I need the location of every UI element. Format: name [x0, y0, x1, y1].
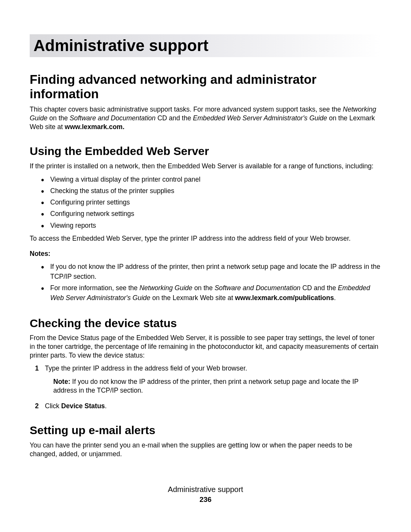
ews-functions-list: Viewing a virtual display of the printer… [41, 174, 381, 230]
text-bold: Note: [53, 378, 72, 385]
text-fragment: . [334, 294, 336, 302]
list-item: Viewing reports [41, 220, 381, 230]
list-item: Click Device Status. [35, 402, 381, 411]
section-ews-access: To access the Embedded Web Server, type … [30, 234, 381, 243]
section-status-title: Checking the device status [30, 317, 381, 330]
status-steps: Type the printer IP address in the addre… [35, 364, 381, 410]
text-fragment: Click [45, 402, 61, 410]
step-note: Note: If you do not know the IP address … [53, 377, 381, 395]
footer-chapter: Administrative support [30, 484, 381, 495]
text-bold: www.lexmark.com. [65, 123, 124, 131]
section-email-title: Setting up e-mail alerts [30, 424, 381, 437]
list-item: Viewing a virtual display of the printer… [41, 174, 381, 184]
list-item: Checking the status of the printer suppl… [41, 186, 381, 196]
footer-page-number: 236 [30, 495, 381, 504]
chapter-title: Administrative support [30, 34, 381, 57]
text-italic: Networking Guide [139, 284, 192, 292]
text-bold: www.lexmark.com/publications [235, 294, 334, 302]
step-text: Type the printer IP address in the addre… [45, 364, 247, 372]
text-fragment: CD and the [301, 284, 338, 292]
text-italic: Embedded Web Server Administrator's Guid… [193, 114, 327, 122]
ews-notes-list: If you do not know the IP address of the… [41, 262, 381, 303]
list-item: Configuring printer settings [41, 197, 381, 207]
list-item: If you do not know the IP address of the… [41, 262, 381, 282]
text-bold: Device Status [61, 402, 105, 410]
text-fragment: on the [193, 284, 215, 292]
text-fragment: on the Lexmark Web site at [150, 294, 235, 302]
text-italic: Software and Documentation [70, 114, 156, 122]
text-fragment: This chapter covers basic administrative… [30, 105, 343, 113]
list-item: Type the printer IP address in the addre… [35, 364, 381, 395]
text-fragment: on the [48, 114, 70, 122]
section-finding-para: This chapter covers basic administrative… [30, 105, 381, 131]
section-status-intro: From the Device Status page of the Embed… [30, 334, 381, 359]
list-item: Configuring network settings [41, 209, 381, 219]
text-italic: Software and Documentation [215, 284, 301, 292]
section-ews-intro: If the printer is installed on a network… [30, 162, 381, 171]
text-fragment: If you do not know the IP address of the… [53, 378, 358, 394]
text-fragment: For more information, see the [50, 284, 139, 292]
section-finding-title: Finding advanced networking and administ… [30, 72, 381, 101]
list-item: For more information, see the Networking… [41, 283, 381, 303]
section-ews-title: Using the Embedded Web Server [30, 145, 381, 158]
notes-label: Notes: [30, 250, 381, 258]
text-fragment: CD and the [156, 114, 193, 122]
text-fragment: . [105, 402, 107, 410]
page-footer: Administrative support 236 [30, 484, 381, 504]
section-email-intro: You can have the printer send you an e-m… [30, 441, 381, 459]
